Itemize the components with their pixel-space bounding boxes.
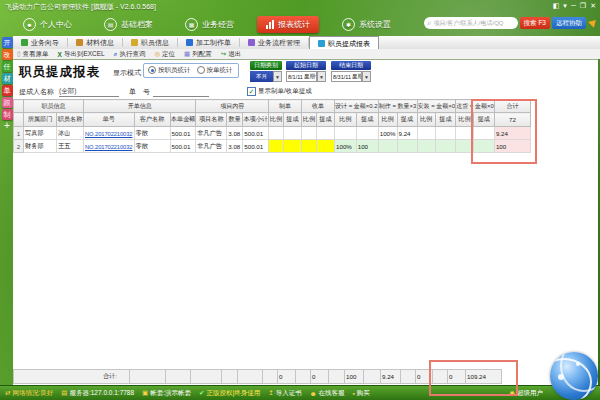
quick-button-5[interactable]: 单 bbox=[2, 85, 13, 96]
date-category-select[interactable]: 本月 bbox=[250, 71, 273, 82]
grid-cell[interactable]: 500.01 bbox=[243, 127, 269, 140]
table-row[interactable]: 2财务部王五NO.201702210032零散500.01非凡广告3.08500… bbox=[14, 140, 531, 153]
grid-cell[interactable] bbox=[284, 140, 302, 153]
grid-group-header: 开单信息 bbox=[84, 100, 196, 113]
order-no-input[interactable] bbox=[153, 87, 209, 97]
grid-cell[interactable] bbox=[302, 140, 317, 153]
sub-tab-4[interactable]: 加工制作单 bbox=[178, 36, 239, 49]
grid-cell[interactable]: 冰山 bbox=[57, 127, 84, 140]
skin-icon[interactable]: ◧ bbox=[553, 1, 560, 11]
quick-button-4[interactable]: 材 bbox=[2, 73, 13, 84]
remote-assist-button[interactable]: 远程协助 bbox=[552, 17, 586, 29]
grid-cell[interactable]: 财务部 bbox=[24, 140, 57, 153]
end-date-select[interactable]: 8/31/11 星期三 bbox=[331, 71, 362, 82]
grid-cell[interactable] bbox=[284, 127, 302, 140]
search-button[interactable]: 搜索 F3 bbox=[520, 17, 550, 29]
grid-cell[interactable]: 500.01 bbox=[243, 140, 269, 153]
nav-tab-4[interactable]: 报表统计 bbox=[257, 16, 319, 33]
grid-cell[interactable]: 500.01 bbox=[170, 127, 196, 140]
table-row[interactable]: 1写真部冰山NO.201702210032零散500.01非凡广告3.08500… bbox=[14, 127, 531, 140]
minimize-icon[interactable]: ─ bbox=[571, 1, 576, 11]
start-date-select[interactable]: 8/1/11 星期一 bbox=[286, 71, 317, 82]
nav-tab-3[interactable]: ▦业务经营 bbox=[176, 15, 243, 34]
chevron-down-icon[interactable]: ▼ bbox=[317, 71, 326, 82]
sub-tab-6[interactable]: 职员提成报表 bbox=[309, 36, 379, 50]
chevron-down-icon[interactable]: ▼ bbox=[362, 71, 371, 82]
toolbar-6[interactable]: ↪退出 bbox=[221, 50, 241, 59]
grid-cell[interactable]: 100% bbox=[335, 140, 357, 153]
mode-radio-1[interactable]: 按职员统计 bbox=[148, 66, 191, 75]
nav-tab-label: 报表统计 bbox=[278, 19, 310, 30]
quick-button-6[interactable]: 跟 bbox=[2, 97, 13, 108]
grid-cell[interactable]: 100 bbox=[494, 140, 530, 153]
chevron-down-icon[interactable]: ▼ bbox=[273, 71, 282, 82]
grid-cell[interactable] bbox=[473, 127, 494, 140]
grid-cell[interactable]: NO.201702210032 bbox=[84, 140, 135, 153]
grid-cell[interactable] bbox=[378, 140, 397, 153]
grid-cell[interactable]: 9.24 bbox=[397, 127, 417, 140]
close-icon[interactable]: ✕ bbox=[590, 1, 596, 11]
toolbar-2[interactable]: X导出到EXCEL bbox=[58, 50, 105, 59]
end-date-column: 结束日期 8/31/11 星期三 ▼ bbox=[331, 61, 371, 82]
grid-cell[interactable]: 1 bbox=[14, 127, 24, 140]
grid-cell[interactable]: NO.201702210032 bbox=[84, 127, 135, 140]
quick-button-7[interactable]: 制 bbox=[2, 109, 13, 120]
grid-cell[interactable]: 3.08 bbox=[227, 127, 243, 140]
grid-cell[interactable]: 9.24 bbox=[494, 127, 530, 140]
grid-cell[interactable] bbox=[397, 140, 417, 153]
grid-cell[interactable]: 3.08 bbox=[227, 140, 243, 153]
show-commission-checkbox[interactable]: ✓ 显示制单/收单提成 bbox=[247, 87, 312, 96]
grid-cell[interactable] bbox=[269, 140, 284, 153]
grid-cell[interactable] bbox=[417, 127, 435, 140]
toolbar-1[interactable]: ▯查看原单 bbox=[17, 50, 49, 59]
nav-tab-2[interactable]: ▤基础档案 bbox=[95, 15, 162, 34]
status-6[interactable]: ☻在线客服 bbox=[310, 389, 345, 398]
grid-cell[interactable] bbox=[317, 140, 335, 153]
nav-tab-1[interactable]: ☻个人中心 bbox=[14, 15, 81, 34]
grid-cell[interactable] bbox=[435, 140, 456, 153]
menu-icon[interactable]: ▾ bbox=[563, 1, 567, 11]
toolbar-3[interactable]: ⌕执行查询 bbox=[114, 50, 146, 59]
sub-tab-3[interactable]: 职员信息 bbox=[123, 36, 177, 49]
order-no-link[interactable]: NO.201702210032 bbox=[85, 144, 133, 150]
grid-cell[interactable]: 非凡广告 bbox=[196, 140, 227, 153]
grid-cell[interactable]: 王五 bbox=[57, 140, 84, 153]
grid-cell[interactable]: 零散 bbox=[134, 140, 170, 153]
nav-tab-5[interactable]: ✱系统设置 bbox=[333, 15, 400, 34]
quick-button-1[interactable]: 开 bbox=[2, 37, 13, 48]
grid-cell[interactable] bbox=[473, 140, 494, 153]
grid-cell[interactable] bbox=[317, 127, 335, 140]
grid-cell[interactable] bbox=[356, 127, 378, 140]
grid-cell[interactable] bbox=[417, 140, 435, 153]
grid-cell[interactable]: 零散 bbox=[134, 127, 170, 140]
quick-button-2[interactable]: 改 bbox=[2, 49, 13, 60]
status-3: ▣帐套:演示帐套 bbox=[142, 389, 191, 398]
grid-cell[interactable] bbox=[302, 127, 317, 140]
search-input[interactable]: ⌕ 项目/客户/联系人/电话/QQ bbox=[424, 17, 518, 29]
grid-cell[interactable]: 2 bbox=[14, 140, 24, 153]
toolbar-5[interactable]: ▦列配置 bbox=[184, 50, 212, 59]
order-no-link[interactable]: NO.201702210032 bbox=[85, 131, 133, 137]
sub-tab-2[interactable]: 材料信息 bbox=[68, 36, 122, 49]
commission-name-input[interactable]: (全部) bbox=[59, 87, 119, 97]
grid-cell[interactable] bbox=[456, 140, 474, 153]
grid-cell[interactable] bbox=[335, 127, 357, 140]
quick-button-3[interactable]: 任 bbox=[2, 61, 13, 72]
grid-cell[interactable] bbox=[269, 127, 284, 140]
status-5[interactable]: ↥导入证书 bbox=[268, 389, 301, 398]
license-check-icon: ✔ bbox=[199, 389, 204, 397]
grid-cell[interactable] bbox=[435, 127, 456, 140]
toolbar-4[interactable]: ◎定位 bbox=[154, 50, 175, 59]
sub-tab-5[interactable]: 业务流程管理 bbox=[240, 36, 308, 49]
maximize-icon[interactable]: ❐ bbox=[580, 1, 586, 11]
grid-cell[interactable]: 非凡广告 bbox=[196, 127, 227, 140]
quick-add-button[interactable]: + bbox=[4, 121, 10, 131]
status-7[interactable]: ▪购买 bbox=[353, 389, 370, 398]
mode-radio-2[interactable]: 按单统计 bbox=[197, 66, 233, 75]
grid-cell[interactable]: 500.01 bbox=[170, 140, 196, 153]
grid-cell[interactable]: 100% bbox=[378, 127, 397, 140]
grid-cell[interactable] bbox=[456, 127, 474, 140]
sub-tab-1[interactable]: 业务向导 bbox=[13, 36, 67, 49]
grid-cell[interactable]: 写真部 bbox=[24, 127, 57, 140]
grid-cell[interactable]: 100 bbox=[356, 140, 378, 153]
